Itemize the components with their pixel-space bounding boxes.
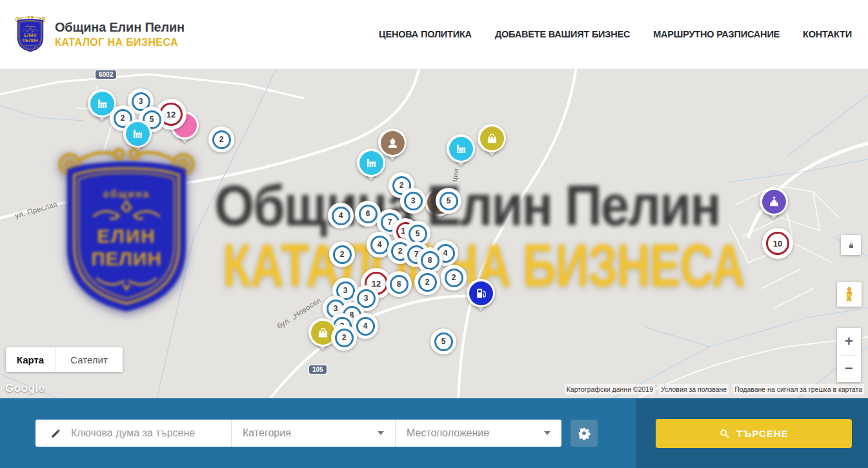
nav-item-contacts[interactable]: КОНТАКТИ bbox=[803, 29, 852, 39]
pegman-icon bbox=[841, 286, 858, 303]
attribution-copyright: Картографски данни ©2019 bbox=[565, 384, 655, 394]
church-pin-marker[interactable] bbox=[760, 187, 788, 225]
watermark-crest: община ЕЛИН ПЕЛИН bbox=[53, 139, 200, 321]
nav-item-add-business[interactable]: ДОБАВЕТЕ ВАШИЯТ БИЗНЕС bbox=[495, 29, 630, 39]
shield-top-text: община bbox=[103, 188, 150, 199]
cluster-marker[interactable]: 2 bbox=[441, 265, 467, 290]
map-type-map-button[interactable]: Карта bbox=[6, 347, 56, 372]
search-button[interactable]: ТЪРСЕНЕ bbox=[656, 419, 852, 448]
fuel-pin-marker[interactable] bbox=[467, 279, 495, 316]
location-select[interactable]: Местоположение bbox=[395, 420, 561, 447]
map-canvas[interactable]: 325122235647135422784128223338342510ул. … bbox=[0, 69, 868, 398]
map-type-satellite-button[interactable]: Сателит bbox=[56, 347, 123, 372]
zoom-in-button[interactable]: + bbox=[837, 328, 861, 355]
gear-icon bbox=[577, 426, 591, 440]
search-icon bbox=[719, 428, 730, 439]
category-select[interactable]: Категория bbox=[231, 420, 395, 447]
cluster-marker[interactable]: 8 bbox=[386, 271, 412, 297]
search-box: Категория Местоположение bbox=[35, 420, 561, 447]
location-select-label: Местоположение bbox=[407, 427, 489, 439]
shield-line1-text: ЕЛИН bbox=[97, 225, 156, 247]
chevron-down-icon bbox=[378, 431, 384, 435]
cluster-marker[interactable]: 2 bbox=[331, 325, 357, 351]
cluster-marker[interactable]: 4 bbox=[328, 203, 354, 229]
cluster-marker[interactable]: 2 bbox=[208, 127, 234, 152]
map-attribution: Картографски данни ©2019 Условия за полз… bbox=[565, 384, 864, 394]
shield-top-text: община bbox=[25, 25, 35, 28]
google-logo[interactable]: Google bbox=[5, 382, 45, 395]
page: община ЕЛИН ПЕЛИН Община Елин Пелин КАТА… bbox=[0, 0, 868, 468]
cluster-marker[interactable]: 2 bbox=[414, 269, 440, 295]
factory-pin-marker[interactable] bbox=[357, 148, 385, 186]
chevron-down-icon bbox=[544, 431, 550, 435]
cluster-marker[interactable]: 5 bbox=[436, 188, 461, 214]
lock-icon bbox=[847, 241, 856, 250]
shield-line2-text: ПЕЛИН bbox=[23, 38, 38, 43]
category-select-label: Категория bbox=[243, 427, 291, 439]
route-number-badge: 6002 bbox=[96, 70, 116, 79]
search-bar: Категория Местоположение ТЪРСЕНЕ bbox=[0, 398, 868, 468]
zoom-out-button[interactable]: − bbox=[837, 356, 861, 383]
bag-pin-marker[interactable] bbox=[478, 124, 506, 161]
factory-pin-marker[interactable] bbox=[447, 134, 475, 172]
keyword-field bbox=[35, 420, 231, 447]
zoom-control: + − bbox=[837, 328, 861, 382]
route-number-badge: 105 bbox=[309, 365, 327, 374]
site-subtitle: КАТАЛОГ НА БИЗНЕСА bbox=[55, 37, 185, 48]
municipality-crest-icon: община ЕЛИН ПЕЛИН bbox=[14, 14, 46, 54]
header: община ЕЛИН ПЕЛИН Община Елин Пелин КАТА… bbox=[0, 0, 868, 68]
search-button-label: ТЪРСЕНЕ bbox=[736, 428, 789, 439]
map-type-control: Карта Сателит bbox=[6, 347, 123, 372]
watermark-title: Община Елин Пелин bbox=[214, 172, 720, 239]
nav-item-pricing[interactable]: ЦЕНОВА ПОЛИТИКА bbox=[379, 29, 472, 39]
keyword-input[interactable] bbox=[71, 427, 213, 439]
shield-line2-text: ПЕЛИН bbox=[91, 248, 162, 269]
attribution-report-link[interactable]: Подаване на сигнал за грешка в картата bbox=[732, 384, 864, 394]
shield-line1-text: ЕЛИН bbox=[24, 33, 37, 37]
site-title: Община Елин Пелин bbox=[55, 20, 185, 35]
nav-item-route-schedule[interactable]: МАРШРУТНО РАЗПИСАНИЕ bbox=[653, 29, 780, 39]
cluster-marker[interactable]: 2 bbox=[329, 241, 355, 267]
cluster-marker[interactable]: 10 bbox=[762, 228, 793, 259]
lock-button[interactable] bbox=[841, 235, 861, 255]
advanced-filters-gear-button[interactable] bbox=[570, 420, 598, 447]
pencil-icon bbox=[50, 427, 62, 440]
cluster-marker[interactable]: 3 bbox=[400, 188, 426, 214]
attribution-terms-link[interactable]: Условия за ползване bbox=[659, 384, 729, 394]
pegman-button[interactable] bbox=[837, 282, 862, 307]
site-logo[interactable]: община ЕЛИН ПЕЛИН Община Елин Пелин КАТА… bbox=[14, 14, 185, 54]
cluster-marker[interactable]: 5 bbox=[430, 329, 456, 354]
main-nav: ЦЕНОВА ПОЛИТИКА ДОБАВЕТЕ ВАШИЯТ БИЗНЕС М… bbox=[379, 0, 852, 68]
